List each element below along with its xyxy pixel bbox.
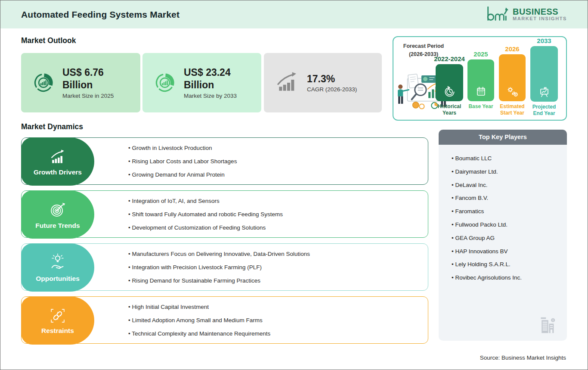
growth-arrow-icon — [275, 71, 299, 95]
bar-role-label: Projected End Year — [530, 104, 558, 117]
bullet-item: Technical Complexity and Maintenance Req… — [128, 330, 270, 337]
bar-role-label: Base Year — [468, 103, 493, 117]
opportunities-bullets: Manufacturers Focus on Delivering Innova… — [128, 244, 310, 290]
dynamics-pill-label: Growth Drivers — [34, 168, 82, 176]
logo-line1: BUSINESS — [513, 7, 567, 16]
dynamics-row-growth-drivers: Growth Drivers Growth in Livestock Produ… — [21, 137, 428, 185]
stat-caption: Market Size in 2025 — [62, 93, 114, 99]
idea-hand-icon — [48, 253, 68, 273]
key-player-item: Fancom B.V. — [452, 192, 567, 205]
stat-card-market-size-2033: US$ 23.24 Billion Market Size by 2033 — [142, 53, 261, 112]
target-icon — [48, 200, 68, 220]
buildings-icon — [538, 315, 556, 336]
bullet-item: Manufacturers Focus on Delivering Innova… — [128, 251, 310, 257]
logo-line2: MARKET INSIGHTS — [513, 16, 567, 22]
bmi-logo-mark-icon — [484, 5, 509, 24]
bar-estimated — [499, 54, 526, 101]
bullet-item: Integration with Precision Livestock Far… — [128, 264, 310, 271]
bullet-item: Growing Demand for Animal Protein — [128, 171, 237, 178]
growth-arrow-icon — [48, 147, 67, 166]
infographic-canvas: Automated Feeding Systems Market BUSINES… — [0, 0, 588, 370]
future-trends-bullets: Integration of IoT, AI, and Sensors Shif… — [128, 191, 283, 237]
key-player-item: GEA Group AG — [452, 232, 567, 245]
bar-historical — [436, 64, 463, 101]
bullet-item: Rising Demand for Sustainable Farming Pr… — [128, 277, 310, 284]
header-bar: Automated Feeding Systems Market BUSINES… — [0, 0, 588, 28]
projected-icon — [538, 86, 550, 98]
chain-icon — [49, 307, 67, 325]
key-player-item: Dairymaster Ltd. — [452, 165, 567, 179]
bullet-item: Rising Labor Costs and Labor Shortages — [128, 158, 237, 165]
history-clock-icon — [444, 86, 455, 97]
opportunities-pill: Opportunities — [21, 243, 94, 292]
dynamics-row-future-trends: Future Trends Integration of IoT, AI, an… — [21, 190, 428, 238]
bar-year-label: 2026 — [505, 45, 519, 53]
estimated-icon — [507, 86, 518, 97]
key-players-list: Boumatic LLC Dairymaster Ltd. DeLaval In… — [439, 145, 567, 285]
bullet-item: Limited Adoption Among Small and Medium … — [128, 317, 270, 323]
bar-year-label: 2033 — [537, 37, 551, 44]
bar-base — [467, 59, 494, 101]
key-player-item: Boumatic LLC — [452, 152, 567, 165]
key-player-item: HAP Innovations BV — [452, 245, 567, 258]
donut-chart-icon — [32, 72, 55, 94]
key-player-item: DeLaval Inc. — [452, 179, 567, 192]
market-dynamics-heading: Market Dynamics — [21, 122, 83, 131]
bullet-item: Development of Customization of Feeding … — [128, 224, 283, 231]
stat-caption: CAGR (2026-2033) — [307, 86, 357, 93]
company-logo: BUSINESS MARKET INSIGHTS — [484, 5, 567, 24]
dynamics-row-restraints: Restraints High Initial Capital Investme… — [21, 296, 428, 344]
bullet-item: High Initial Capital Investment — [128, 304, 270, 310]
key-player-item: Rovibec Agrisolutions Inc. — [452, 271, 567, 285]
key-player-item: Lely Holding S.A.R.L. — [452, 258, 567, 271]
bullet-item: Shift toward Fully Automated and robotic… — [128, 211, 283, 218]
stat-card-market-size-2025: US$ 6.76 Billion Market Size in 2025 — [21, 53, 140, 112]
key-player-item: Fullwood Packo Ltd. — [452, 218, 567, 232]
calendar-icon — [475, 86, 487, 97]
bar-projected — [530, 46, 558, 102]
stat-caption: Market Size by 2033 — [184, 93, 237, 99]
top-key-players-panel: Top Key Players Boumatic LLC Dairymaster… — [439, 130, 567, 341]
bar-role-label: Historical Years — [436, 103, 463, 117]
top-key-players-body: Boumatic LLC Dairymaster Ltd. DeLaval In… — [439, 145, 567, 341]
stat-value: 17.3% — [307, 73, 357, 85]
stat-value: US$ 23.24 Billion — [184, 66, 237, 91]
restraints-bullets: High Initial Capital Investment Limited … — [128, 297, 270, 343]
market-outlook-heading: Market Outlook — [21, 36, 76, 45]
dynamics-row-opportunities: Opportunities Manufacturers Focus on Del… — [21, 243, 428, 291]
bar-role-label: Estimated Start Year — [499, 103, 526, 117]
dynamics-pill-label: Restraints — [41, 327, 74, 335]
key-player-item: Faromatics — [452, 205, 567, 218]
stat-value: US$ 6.76 Billion — [62, 66, 114, 91]
stat-card-cagr: 17.3% CAGR (2026-2033) — [264, 53, 382, 112]
bullet-item: Growth in Livestock Production — [128, 145, 237, 151]
growth-drivers-bullets: Growth in Livestock Production Rising La… — [128, 138, 237, 184]
future-trends-pill: Future Trends — [21, 190, 94, 239]
dynamics-pill-label: Opportunities — [36, 275, 80, 283]
forecast-bar-base: 2025 Base Year — [467, 37, 494, 120]
donut-chart-icon — [154, 72, 176, 94]
growth-drivers-pill: Growth Drivers — [21, 137, 94, 186]
bar-year-label: 2025 — [473, 50, 488, 58]
forecast-bar-estimated: 2026 Estimated Start Year — [499, 37, 526, 120]
forecast-bar-historical: 2022-2024 Historical Years — [436, 37, 463, 120]
page-title: Automated Feeding Systems Market — [21, 0, 179, 28]
forecast-period-panel: Forecast Period (2026-2033) — [393, 36, 567, 121]
dynamics-pill-label: Future Trends — [35, 222, 80, 230]
bar-year-label: 2022-2024 — [434, 55, 465, 62]
top-key-players-heading: Top Key Players — [439, 130, 567, 145]
restraints-pill: Restraints — [21, 296, 94, 345]
source-note: Source: Business Market Insights — [480, 354, 566, 361]
bullet-item: Integration of IoT, AI, and Sensors — [128, 198, 283, 204]
forecast-bar-projected: 2033 Projected End Year — [530, 37, 558, 120]
